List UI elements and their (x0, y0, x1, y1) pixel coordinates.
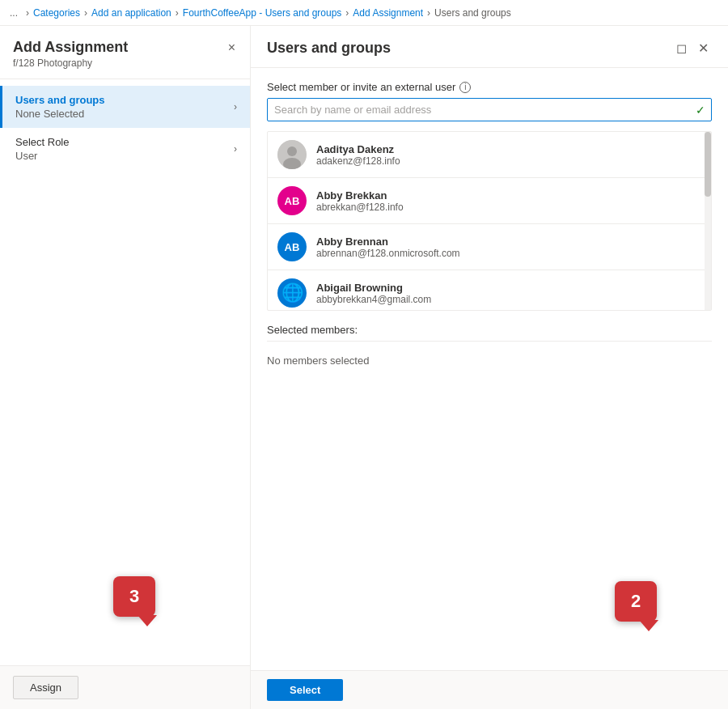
user-email-abigail-browning: abbybrekkan4@gmail.com (316, 294, 431, 305)
annotation-bubble-2: 2 (615, 581, 657, 622)
nav-chevron-users-groups: › (234, 101, 237, 113)
search-input-wrapper: ✓ (267, 98, 712, 121)
nav-item-users-groups-value: None Selected (15, 108, 105, 120)
user-item-aaditya[interactable]: Aaditya Dakenz adakenz@f128.info (268, 132, 711, 178)
right-panel: Users and groups ◻ ✕ Select member or in… (251, 26, 728, 709)
avatar-aaditya (277, 140, 307, 169)
scrollbar-track (705, 132, 711, 310)
globe-icon: 🌐 (281, 282, 303, 304)
user-list-scroll[interactable]: Aaditya Dakenz adakenz@f128.info AB Abby… (268, 132, 711, 310)
select-button[interactable]: Select (267, 679, 343, 701)
breadcrumb-current: Users and groups (434, 7, 511, 19)
left-panel-footer: Assign (0, 665, 250, 709)
breadcrumb-add-assignment[interactable]: Add Assignment (353, 7, 423, 19)
user-email-abby-brennan: abrennan@f128.onmicrosoft.com (316, 248, 460, 259)
user-email-abby-brekkan: abrekkan@f128.info (316, 202, 404, 213)
breadcrumb-add-application[interactable]: Add an application (91, 7, 171, 19)
breadcrumb-categories[interactable]: Categories (33, 7, 80, 19)
user-info-aaditya: Aaditya Dakenz adakenz@f128.info (316, 143, 400, 167)
breadcrumb: ... › Categories › Add an application › … (0, 0, 728, 26)
right-panel-footer: Select (251, 670, 728, 709)
right-panel-close-button[interactable]: ✕ (695, 37, 712, 59)
nav-item-select-role[interactable]: Select Role User › (0, 128, 250, 170)
nav-item-users-groups-label: Users and groups (15, 94, 105, 106)
selected-members-section: Selected members: No members selected (267, 324, 712, 373)
nav-chevron-select-role: › (234, 143, 237, 155)
breadcrumb-dots[interactable]: ... (10, 7, 18, 19)
user-name-abby-brennan: Abby Brennan (316, 236, 460, 248)
nav-item-select-role-label: Select Role (15, 136, 69, 148)
maximize-button[interactable]: ◻ (673, 37, 690, 59)
left-panel-close-button[interactable]: × (226, 39, 237, 57)
avatar-abby-brennan: AB (277, 232, 307, 261)
search-input[interactable] (267, 98, 712, 121)
user-list: Aaditya Dakenz adakenz@f128.info AB Abby… (267, 131, 712, 311)
svg-point-1 (287, 146, 297, 156)
user-name-abigail-browning: Abigail Browning (316, 282, 431, 294)
user-item-abby-brennan[interactable]: AB Abby Brennan abrennan@f128.onmicrosof… (268, 224, 711, 270)
right-panel-header: Users and groups ◻ ✕ (251, 26, 728, 68)
left-panel-subtitle: f/128 Photography (13, 57, 128, 69)
user-name-abby-brekkan: Abby Brekkan (316, 189, 404, 202)
left-panel-header: Add Assignment f/128 Photography × (0, 26, 250, 79)
right-panel-controls: ◻ ✕ (673, 37, 712, 59)
breadcrumb-app-users-groups[interactable]: FourthCoffeeApp - Users and groups (183, 7, 342, 19)
left-panel-title: Add Assignment (13, 39, 128, 56)
user-info-abby-brekkan: Abby Brekkan abrekkan@f128.info (316, 189, 404, 213)
annotation-bubble-3: 3 (113, 576, 155, 617)
user-item-abby-brekkan[interactable]: AB Abby Brekkan abrekkan@f128.info (268, 178, 711, 224)
right-panel-body: Select member or invite an external user… (251, 68, 728, 670)
avatar-abigail-browning: 🌐 (277, 278, 307, 308)
left-panel: Add Assignment f/128 Photography × Users… (0, 26, 251, 709)
avatar-abby-brekkan: AB (277, 186, 307, 215)
selected-members-label: Selected members: (267, 324, 712, 342)
left-panel-content: Users and groups None Selected › Select … (0, 79, 250, 665)
user-info-abigail-browning: Abigail Browning abbybrekkan4@gmail.com (316, 282, 431, 305)
nav-item-select-role-value: User (15, 150, 69, 162)
select-member-label: Select member or invite an external user… (267, 81, 712, 93)
nav-item-users-groups[interactable]: Users and groups None Selected › (0, 86, 250, 128)
info-icon[interactable]: i (459, 82, 471, 93)
user-item-abigail-browning[interactable]: 🌐 Abigail Browning abbybrekkan4@gmail.co… (268, 270, 711, 310)
no-members-text: No members selected (267, 348, 712, 373)
scrollbar-thumb[interactable] (705, 132, 711, 197)
assign-button[interactable]: Assign (13, 676, 78, 699)
user-info-abby-brennan: Abby Brennan abrennan@f128.onmicrosoft.c… (316, 236, 460, 259)
right-panel-title: Users and groups (267, 40, 391, 57)
user-name-aaditya: Aaditya Dakenz (316, 143, 400, 155)
search-check-icon: ✓ (696, 104, 705, 117)
user-email-aaditya: adakenz@f128.info (316, 155, 400, 167)
